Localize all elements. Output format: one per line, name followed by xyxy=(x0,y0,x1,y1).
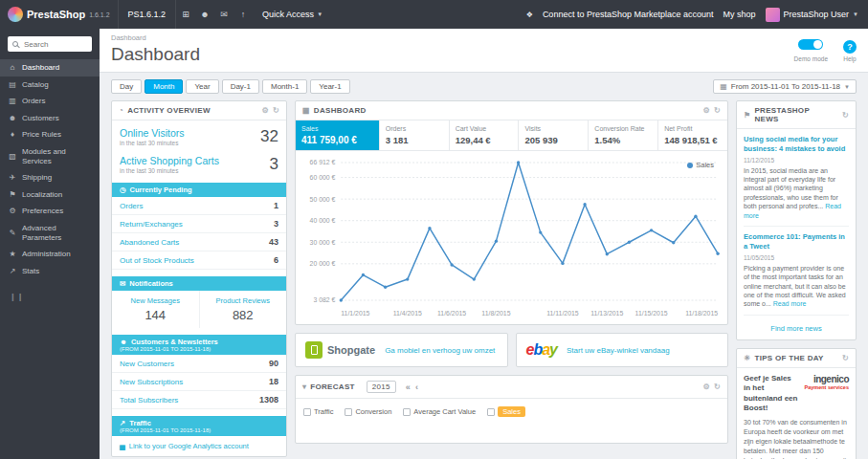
sidebar-item-catalog[interactable]: ▤Catalog xyxy=(0,76,100,94)
kpi-visits[interactable]: Visits 205 939 xyxy=(519,120,589,150)
prestashop-logo[interactable]: PrestaShop 1.6.1.2 xyxy=(0,7,118,22)
shopgate-link[interactable]: Ga mobiel en verhoog uw omzet xyxy=(385,346,495,355)
messages-icon[interactable]: ✉ xyxy=(214,10,234,19)
avatar xyxy=(766,8,780,22)
sidebar-item-shipping[interactable]: ✈Shipping xyxy=(0,169,100,186)
news-article-title[interactable]: Ecommerce 101: Payments in a Tweet xyxy=(744,232,849,251)
ebay-ad[interactable]: ebay Start uw eBay-winkel vandaag xyxy=(516,333,729,367)
tab-day-1[interactable]: Day-1 xyxy=(222,79,259,94)
notifications-header: ✉Notifications xyxy=(112,276,286,291)
pending-row-abandoned-carts[interactable]: Abandoned Carts 43 xyxy=(112,233,286,251)
sidebar-item-label: Administration xyxy=(22,250,71,259)
customers-row-new-customers[interactable]: New Customers 90 xyxy=(112,355,286,373)
kpi-conversion-rate[interactable]: Conversion Rate 1.54% xyxy=(589,120,658,150)
active-carts-link[interactable]: Active Shopping Carts xyxy=(120,155,219,166)
search-input[interactable] xyxy=(22,39,87,50)
forecast-legend-traffic[interactable]: Traffic xyxy=(303,407,333,416)
refresh-icon[interactable]: ↻ xyxy=(842,354,849,362)
activity-panel-title: ACTIVITY OVERVIEW xyxy=(127,106,211,115)
new-messages-cell[interactable]: New Messages 144 xyxy=(112,291,200,328)
read-more-link[interactable]: Read more xyxy=(773,300,807,307)
forecast-year-select[interactable]: 2015 xyxy=(367,381,396,393)
gear-icon[interactable]: ⚙ xyxy=(703,106,710,115)
cart-icon[interactable]: ⊞ xyxy=(176,10,195,19)
kpi-sales[interactable]: Sales 411 759,00 € xyxy=(296,120,380,150)
product-reviews-cell[interactable]: Product Reviews 882 xyxy=(200,291,287,328)
sidebar-item-modules-and-services[interactable]: ▧Modules and Services xyxy=(0,143,100,169)
demo-mode-toggle[interactable] xyxy=(798,39,823,50)
svg-text:30 000 €: 30 000 € xyxy=(310,239,336,246)
sidebar-item-localization[interactable]: ⚑Localization xyxy=(0,186,100,204)
sidebar-item-customers[interactable]: ☻Customers xyxy=(0,110,100,127)
tab-year[interactable]: Year xyxy=(186,79,218,94)
gear-icon[interactable]: ⚙ xyxy=(262,106,269,115)
prev-fast-icon[interactable]: « xyxy=(406,382,411,392)
svg-text:11/18/2015: 11/18/2015 xyxy=(685,310,718,317)
shop-name[interactable]: PS1.6.1.2 xyxy=(118,0,177,29)
kpi-cart-value[interactable]: Cart Value 129,44 € xyxy=(450,120,520,150)
sidebar-item-orders[interactable]: ▥Orders xyxy=(0,93,100,110)
forecast-legend-sales[interactable]: Sales xyxy=(487,406,525,417)
sidebar-collapse-button[interactable]: ❙❙ xyxy=(10,293,90,301)
prestashop-news-panel: ⚑ PRESTASHOP NEWS ↻ Using social media f… xyxy=(736,100,857,340)
svg-text:50 000 €: 50 000 € xyxy=(310,196,336,203)
gear-icon[interactable]: ⚙ xyxy=(703,382,710,391)
breadcrumb[interactable]: Dashboard xyxy=(111,33,200,42)
tab-month-1[interactable]: Month-1 xyxy=(262,79,307,94)
tab-month[interactable]: Month xyxy=(145,79,183,94)
sidebar-item-preferences[interactable]: ⚙Preferences xyxy=(0,203,100,220)
online-visitors-link[interactable]: Online Visitors xyxy=(120,127,185,139)
customers-title: Customers & Newsletters xyxy=(131,338,218,346)
forecast-legend-average-cart-value[interactable]: Average Cart Value xyxy=(403,407,476,416)
refresh-icon[interactable]: ↻ xyxy=(273,106,279,115)
ga-link-label: Link to your Google Analytics account xyxy=(129,442,249,450)
news-article-title[interactable]: Using social media for your business: 4 … xyxy=(744,135,849,154)
customers-topbar-icon[interactable]: ☻ xyxy=(195,10,214,19)
shopgate-logo: Shopgate xyxy=(305,341,375,359)
kpi-label: Visits xyxy=(524,125,582,132)
refresh-icon[interactable]: ↻ xyxy=(842,111,849,120)
sidebar-item-administration[interactable]: ★Administration xyxy=(0,246,100,263)
traffic-icon: ↗ xyxy=(120,419,125,427)
user-menu[interactable]: PrestaShop User ▼ xyxy=(766,8,859,22)
tab-year-1[interactable]: Year-1 xyxy=(310,79,349,94)
google-analytics-link[interactable]: ▅ Link to your Google Analytics account xyxy=(112,436,286,456)
news-article-excerpt: In 2015, social media are an integral pa… xyxy=(744,167,838,210)
refresh-icon[interactable]: ↻ xyxy=(714,382,721,391)
sidebar-item-stats[interactable]: ↗Stats xyxy=(0,263,100,280)
sidebar-item-advanced-parameters[interactable]: ✎Advanced Parameters xyxy=(0,220,100,246)
ebay-link[interactable]: Start uw eBay-winkel vandaag xyxy=(567,346,670,355)
pending-row-returns[interactable]: Return/Exchanges 3 xyxy=(112,215,286,233)
tab-day[interactable]: Day xyxy=(111,79,142,94)
row-label: New Customers xyxy=(120,360,174,368)
pending-row-out-of-stock[interactable]: Out of Stock Products 6 xyxy=(112,251,286,270)
quick-access-menu[interactable]: Quick Access ▼ xyxy=(253,10,332,19)
customers-row-new-subscriptions[interactable]: New Subscriptions 18 xyxy=(112,373,286,391)
customers-row-total-subscribers[interactable]: Total Subscribers 1308 xyxy=(112,391,286,409)
my-shop-link[interactable]: My shop xyxy=(723,10,755,19)
svg-text:11/4/2015: 11/4/2015 xyxy=(393,310,422,317)
pending-row-orders[interactable]: Orders 1 xyxy=(112,197,286,215)
refresh-icon[interactable]: ↻ xyxy=(714,106,721,115)
kpi-net-profit[interactable]: Net Profit 148 918,51 € xyxy=(658,120,727,150)
shipping-icon: ✈ xyxy=(8,173,17,183)
activity-panel-icon: ◔ xyxy=(119,106,123,115)
marketplace-link[interactable]: Connect to PrestaShop Marketplace accoun… xyxy=(543,10,714,19)
forecast-legend-conversion[interactable]: Conversion xyxy=(345,407,391,416)
kpi-value: 205 939 xyxy=(524,135,582,145)
upgrade-icon[interactable]: ↑ xyxy=(234,10,253,19)
sidebar-item-price-rules[interactable]: ♦Price Rules xyxy=(0,126,100,143)
kpi-orders[interactable]: Orders 3 181 xyxy=(380,120,450,150)
find-more-news-link[interactable]: Find more news xyxy=(744,321,849,334)
sidebar-item-dashboard[interactable]: ⌂Dashboard xyxy=(0,59,100,76)
shopgate-ad[interactable]: Shopgate Ga mobiel en verhoog uw omzet xyxy=(295,333,508,367)
online-visitors-sub: in the last 30 minutes xyxy=(120,140,185,146)
prev-icon[interactable]: ‹ xyxy=(415,382,418,392)
customers-subtitle: (FROM 2015-11-01 TO 2015-11-18) xyxy=(120,346,278,352)
date-range-picker[interactable]: ▦ From 2015-11-01 To 2015-11-18 ▼ xyxy=(713,79,857,94)
help-icon[interactable]: ? xyxy=(843,40,857,54)
svg-text:60 000 €: 60 000 € xyxy=(310,174,336,181)
sidebar-item-label: Catalog xyxy=(22,80,49,90)
main-content: Dashboard Dashboard Demo mode ? Help Day… xyxy=(100,29,868,459)
ebay-logo: ebay xyxy=(526,342,558,358)
